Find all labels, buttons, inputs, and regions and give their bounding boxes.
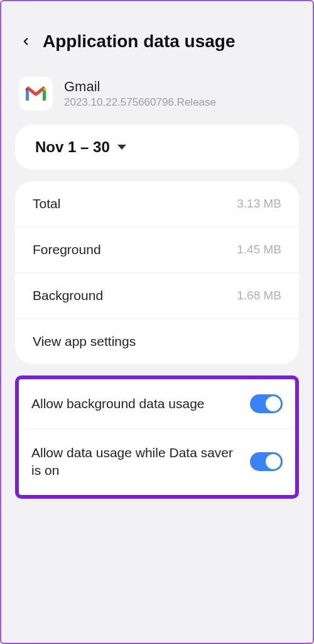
stat-label: Foreground — [33, 242, 101, 257]
stat-row-foreground: Foreground 1.45 MB — [15, 227, 299, 273]
toggle-label: Allow data usage while Data saver is on — [31, 444, 240, 480]
stat-row-background: Background 1.68 MB — [15, 273, 299, 319]
stat-row-total: Total 3.13 MB — [15, 181, 299, 227]
view-app-settings[interactable]: View app settings — [15, 319, 299, 364]
chevron-down-icon — [117, 145, 126, 150]
header: Application data usage — [15, 14, 299, 69]
toggle-switch[interactable] — [250, 452, 283, 471]
gmail-icon — [19, 77, 53, 111]
toggle-row-background-data[interactable]: Allow background data usage — [19, 379, 295, 429]
toggle-row-data-saver[interactable]: Allow data usage while Data saver is on — [19, 429, 295, 495]
toggle-label: Allow background data usage — [31, 395, 240, 413]
stat-value: 3.13 MB — [237, 197, 281, 211]
date-range-card: Nov 1 – 30 — [15, 125, 299, 170]
toggle-switch[interactable] — [250, 394, 283, 413]
app-name: Gmail — [64, 78, 216, 96]
app-version: 2023.10.22.575660796.Release — [64, 96, 216, 109]
view-app-settings-label: View app settings — [33, 334, 136, 349]
back-icon[interactable] — [20, 36, 31, 47]
page-title: Application data usage — [43, 31, 236, 52]
stat-label: Background — [33, 288, 103, 303]
date-range-label: Nov 1 – 30 — [35, 138, 110, 156]
stat-value: 1.45 MB — [237, 243, 281, 257]
app-info: Gmail 2023.10.22.575660796.Release — [15, 69, 299, 125]
date-range-selector[interactable]: Nov 1 – 30 — [15, 125, 299, 170]
stat-value: 1.68 MB — [237, 289, 281, 303]
stat-label: Total — [33, 196, 60, 211]
toggles-card: Allow background data usage Allow data u… — [15, 375, 299, 499]
usage-stats-card: Total 3.13 MB Foreground 1.45 MB Backgro… — [15, 181, 299, 364]
